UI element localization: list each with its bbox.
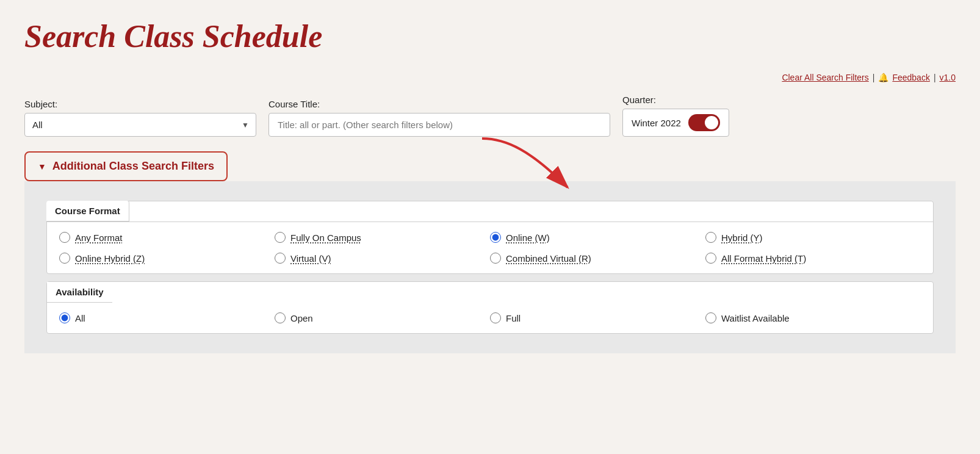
quarter-label: Quarter: [622,95,729,105]
avail-all-radio[interactable] [59,312,70,323]
format-any-option[interactable]: Any Format [59,232,275,243]
course-format-header: Course Format [46,201,129,222]
avail-full-option[interactable]: Full [490,312,705,323]
avail-open-label: Open [290,313,313,323]
filters-expanded-area: Course Format Any Format Fully On Campus… [24,181,956,353]
quarter-toggle[interactable] [688,114,720,131]
format-online-w-label: Online (W) [506,232,550,243]
format-oncampus-radio[interactable] [275,232,286,243]
feedback-link[interactable]: Feedback [892,73,929,82]
availability-options: All Open Full Waitlist Available [47,303,933,333]
avail-all-option[interactable]: All [59,312,275,323]
format-virtual-v-option[interactable]: Virtual (V) [275,253,490,264]
format-any-radio[interactable] [59,232,70,243]
format-online-w-option[interactable]: Online (W) [490,232,705,243]
quarter-value: Winter 2022 [632,118,681,128]
avail-full-radio[interactable] [490,312,501,323]
quarter-field-group: Quarter: Winter 2022 [622,95,729,137]
avail-open-option[interactable]: Open [275,312,490,323]
availability-title-bar: Availability [47,282,933,303]
additional-filters-container: ▼ Additional Class Search Filters [24,151,956,181]
version-link[interactable]: v1.0 [940,73,956,82]
search-row: Subject: All ▼ Course Title: Quarter: Wi… [24,95,956,137]
avail-full-label: Full [506,313,521,323]
triangle-icon: ▼ [38,162,46,171]
subject-field-group: Subject: All ▼ [24,99,256,137]
avail-waitlist-option[interactable]: Waitlist Available [705,312,921,323]
avail-all-label: All [75,313,85,323]
subject-select[interactable]: All [24,113,256,137]
course-title-label: Course Title: [268,99,610,109]
format-virtual-v-label: Virtual (V) [290,253,331,264]
page-title: Search Class Schedule [24,18,956,54]
format-hybrid-y-option[interactable]: Hybrid (Y) [705,232,921,243]
format-all-hybrid-t-option[interactable]: All Format Hybrid (T) [705,253,921,264]
separator-1: | [873,73,875,82]
format-all-hybrid-t-label: All Format Hybrid (T) [721,253,806,264]
format-combined-r-radio[interactable] [490,253,501,264]
course-format-section: Course Format Any Format Fully On Campus… [46,201,934,274]
top-links: Clear All Search Filters | 🔔 Feedback | … [24,73,956,82]
format-hybrid-y-label: Hybrid (Y) [721,232,763,243]
format-online-z-radio[interactable] [59,253,70,264]
subject-label: Subject: [24,99,256,109]
clear-filters-link[interactable]: Clear All Search Filters [782,73,868,82]
additional-filters-button[interactable]: ▼ Additional Class Search Filters [24,151,228,181]
format-online-w-radio[interactable] [490,232,501,243]
course-format-title-bar: Course Format [47,201,933,222]
toggle-slider [688,114,720,131]
format-virtual-v-radio[interactable] [275,253,286,264]
separator-2: | [934,73,936,82]
course-title-input[interactable] [268,113,610,137]
quarter-row: Winter 2022 [622,109,729,137]
course-title-field-group: Course Title: [268,99,610,137]
format-hybrid-y-radio[interactable] [705,232,716,243]
format-combined-r-option[interactable]: Combined Virtual (R) [490,253,705,264]
format-any-label: Any Format [75,232,123,243]
feedback-icon: 🔔 [878,73,888,82]
format-combined-r-label: Combined Virtual (R) [506,253,591,264]
format-oncampus-label: Fully On Campus [290,232,361,243]
format-online-z-option[interactable]: Online Hybrid (Z) [59,253,275,264]
course-format-options: Any Format Fully On Campus Online (W) Hy… [47,222,933,273]
format-oncampus-option[interactable]: Fully On Campus [275,232,490,243]
additional-filters-label: Additional Class Search Filters [52,160,214,173]
availability-section: Availability All Open Full Waitlist Avai… [46,281,934,334]
format-all-hybrid-t-radio[interactable] [705,253,716,264]
avail-open-radio[interactable] [275,312,286,323]
availability-header: Availability [47,282,112,303]
avail-waitlist-label: Waitlist Available [721,313,790,323]
format-online-z-label: Online Hybrid (Z) [75,253,145,264]
subject-select-wrap: All ▼ [24,113,256,137]
avail-waitlist-radio[interactable] [705,312,716,323]
